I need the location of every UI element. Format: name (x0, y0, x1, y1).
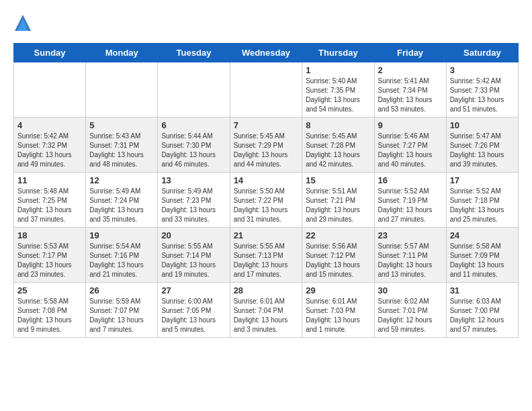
day-number: 15 (306, 175, 370, 185)
day-info: Sunrise: 5:45 AMSunset: 7:29 PMDaylight:… (234, 132, 299, 169)
calendar-cell: 21Sunrise: 5:55 AMSunset: 7:13 PMDayligh… (230, 228, 302, 283)
day-number: 20 (161, 230, 226, 240)
day-info: Sunrise: 5:46 AMSunset: 7:27 PMDaylight:… (378, 132, 443, 169)
day-info: Sunrise: 5:42 AMSunset: 7:33 PMDaylight:… (450, 77, 515, 114)
calendar-cell: 12Sunrise: 5:49 AMSunset: 7:24 PMDayligh… (86, 173, 158, 228)
logo-icon (13, 13, 32, 32)
day-info: Sunrise: 5:54 AMSunset: 7:16 PMDaylight:… (89, 242, 154, 279)
calendar-table: SundayMondayTuesdayWednesdayThursdayFrid… (13, 43, 519, 338)
calendar-cell: 11Sunrise: 5:48 AMSunset: 7:25 PMDayligh… (14, 173, 86, 228)
calendar-cell (14, 62, 86, 118)
day-number: 27 (161, 285, 226, 295)
day-number: 8 (306, 120, 370, 130)
calendar-cell: 8Sunrise: 5:45 AMSunset: 7:28 PMDaylight… (302, 118, 374, 173)
day-info: Sunrise: 5:45 AMSunset: 7:28 PMDaylight:… (306, 132, 370, 169)
calendar-cell (230, 62, 302, 118)
calendar-cell: 2Sunrise: 5:41 AMSunset: 7:34 PMDaylight… (374, 62, 446, 118)
day-number: 3 (450, 65, 515, 75)
day-info: Sunrise: 5:43 AMSunset: 7:31 PMDaylight:… (89, 132, 154, 169)
page-header (13, 13, 519, 32)
day-info: Sunrise: 5:57 AMSunset: 7:11 PMDaylight:… (378, 242, 443, 279)
day-number: 30 (378, 285, 443, 295)
day-info: Sunrise: 6:01 AMSunset: 7:03 PMDaylight:… (306, 297, 370, 334)
calendar-cell: 6Sunrise: 5:44 AMSunset: 7:30 PMDaylight… (158, 118, 230, 173)
day-info: Sunrise: 5:58 AMSunset: 7:08 PMDaylight:… (17, 297, 82, 334)
day-number: 31 (450, 285, 515, 295)
day-info: Sunrise: 5:59 AMSunset: 7:07 PMDaylight:… (89, 297, 154, 334)
calendar-cell: 28Sunrise: 6:01 AMSunset: 7:04 PMDayligh… (230, 283, 302, 338)
calendar-cell: 5Sunrise: 5:43 AMSunset: 7:31 PMDaylight… (86, 118, 158, 173)
calendar-cell: 27Sunrise: 6:00 AMSunset: 7:05 PMDayligh… (158, 283, 230, 338)
calendar-cell: 31Sunrise: 6:03 AMSunset: 7:00 PMDayligh… (446, 283, 518, 338)
day-number: 23 (378, 230, 443, 240)
day-number: 9 (378, 120, 443, 130)
day-number: 13 (161, 175, 226, 185)
day-number: 7 (234, 120, 299, 130)
calendar-week-row: 25Sunrise: 5:58 AMSunset: 7:08 PMDayligh… (14, 283, 519, 338)
calendar-cell: 22Sunrise: 5:56 AMSunset: 7:12 PMDayligh… (302, 228, 374, 283)
calendar-cell: 14Sunrise: 5:50 AMSunset: 7:22 PMDayligh… (230, 173, 302, 228)
calendar-cell: 1Sunrise: 5:40 AMSunset: 7:35 PMDaylight… (302, 62, 374, 118)
day-of-week-header: Monday (86, 44, 158, 62)
calendar-cell: 19Sunrise: 5:54 AMSunset: 7:16 PMDayligh… (86, 228, 158, 283)
calendar-cell: 20Sunrise: 5:55 AMSunset: 7:14 PMDayligh… (158, 228, 230, 283)
calendar-cell: 23Sunrise: 5:57 AMSunset: 7:11 PMDayligh… (374, 228, 446, 283)
day-number: 14 (234, 175, 299, 185)
day-info: Sunrise: 5:47 AMSunset: 7:26 PMDaylight:… (450, 132, 515, 169)
day-number: 29 (306, 285, 370, 295)
day-of-week-header: Friday (374, 44, 446, 62)
calendar-cell: 7Sunrise: 5:45 AMSunset: 7:29 PMDaylight… (230, 118, 302, 173)
day-of-week-header: Thursday (302, 44, 374, 62)
calendar-week-row: 11Sunrise: 5:48 AMSunset: 7:25 PMDayligh… (14, 173, 519, 228)
day-of-week-header: Tuesday (158, 44, 230, 62)
day-number: 28 (234, 285, 299, 295)
day-number: 11 (17, 175, 82, 185)
calendar-cell: 30Sunrise: 6:02 AMSunset: 7:01 PMDayligh… (374, 283, 446, 338)
day-of-week-header: Sunday (14, 44, 86, 62)
day-info: Sunrise: 5:52 AMSunset: 7:19 PMDaylight:… (378, 187, 443, 224)
calendar-cell: 3Sunrise: 5:42 AMSunset: 7:33 PMDaylight… (446, 62, 518, 118)
calendar-cell: 13Sunrise: 5:49 AMSunset: 7:23 PMDayligh… (158, 173, 230, 228)
calendar-cell: 25Sunrise: 5:58 AMSunset: 7:08 PMDayligh… (14, 283, 86, 338)
day-info: Sunrise: 5:55 AMSunset: 7:13 PMDaylight:… (234, 242, 299, 279)
calendar-week-row: 1Sunrise: 5:40 AMSunset: 7:35 PMDaylight… (14, 62, 519, 118)
logo (13, 13, 35, 32)
day-number: 18 (17, 230, 82, 240)
day-number: 1 (306, 65, 370, 75)
calendar-cell (86, 62, 158, 118)
day-info: Sunrise: 5:49 AMSunset: 7:23 PMDaylight:… (161, 187, 226, 224)
day-info: Sunrise: 5:44 AMSunset: 7:30 PMDaylight:… (161, 132, 226, 169)
day-info: Sunrise: 6:03 AMSunset: 7:00 PMDaylight:… (450, 297, 515, 334)
day-info: Sunrise: 6:01 AMSunset: 7:04 PMDaylight:… (234, 297, 299, 334)
calendar-cell: 26Sunrise: 5:59 AMSunset: 7:07 PMDayligh… (86, 283, 158, 338)
day-info: Sunrise: 6:02 AMSunset: 7:01 PMDaylight:… (378, 297, 443, 334)
day-info: Sunrise: 6:00 AMSunset: 7:05 PMDaylight:… (161, 297, 226, 334)
calendar-cell: 24Sunrise: 5:58 AMSunset: 7:09 PMDayligh… (446, 228, 518, 283)
day-info: Sunrise: 5:52 AMSunset: 7:18 PMDaylight:… (450, 187, 515, 224)
calendar-cell: 17Sunrise: 5:52 AMSunset: 7:18 PMDayligh… (446, 173, 518, 228)
calendar-cell: 10Sunrise: 5:47 AMSunset: 7:26 PMDayligh… (446, 118, 518, 173)
day-number: 6 (161, 120, 226, 130)
calendar-week-row: 4Sunrise: 5:42 AMSunset: 7:32 PMDaylight… (14, 118, 519, 173)
day-number: 26 (89, 285, 154, 295)
day-number: 12 (89, 175, 154, 185)
day-number: 19 (89, 230, 154, 240)
day-info: Sunrise: 5:56 AMSunset: 7:12 PMDaylight:… (306, 242, 370, 279)
day-of-week-header: Saturday (446, 44, 518, 62)
calendar-cell: 29Sunrise: 6:01 AMSunset: 7:03 PMDayligh… (302, 283, 374, 338)
day-info: Sunrise: 5:41 AMSunset: 7:34 PMDaylight:… (378, 77, 443, 114)
day-number: 22 (306, 230, 370, 240)
day-number: 10 (450, 120, 515, 130)
day-number: 25 (17, 285, 82, 295)
day-info: Sunrise: 5:40 AMSunset: 7:35 PMDaylight:… (306, 77, 370, 114)
day-number: 17 (450, 175, 515, 185)
day-info: Sunrise: 5:53 AMSunset: 7:17 PMDaylight:… (17, 242, 82, 279)
calendar-cell: 15Sunrise: 5:51 AMSunset: 7:21 PMDayligh… (302, 173, 374, 228)
calendar-cell: 9Sunrise: 5:46 AMSunset: 7:27 PMDaylight… (374, 118, 446, 173)
day-number: 21 (234, 230, 299, 240)
day-number: 2 (378, 65, 443, 75)
day-info: Sunrise: 5:58 AMSunset: 7:09 PMDaylight:… (450, 242, 515, 279)
day-info: Sunrise: 5:51 AMSunset: 7:21 PMDaylight:… (306, 187, 370, 224)
calendar-cell (158, 62, 230, 118)
calendar-cell: 4Sunrise: 5:42 AMSunset: 7:32 PMDaylight… (14, 118, 86, 173)
